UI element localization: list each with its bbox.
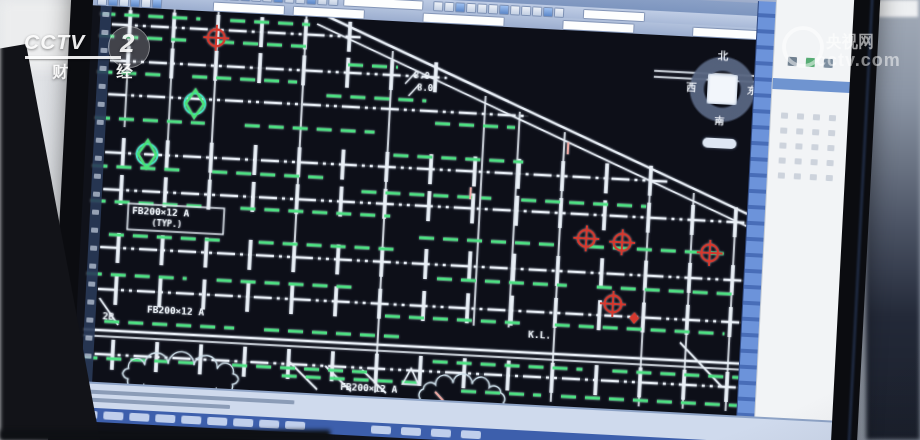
- draw-tool-icon[interactable]: [97, 120, 104, 125]
- draw-tool-icon[interactable]: [100, 48, 107, 53]
- cad-stub: [244, 347, 246, 377]
- cad-stub: [391, 60, 393, 90]
- viewcube-west-label[interactable]: 西: [686, 82, 697, 93]
- palette-header[interactable]: [772, 78, 850, 93]
- palette-item[interactable]: [829, 115, 836, 121]
- status-toggle[interactable]: [129, 413, 149, 422]
- cad-stub: [729, 307, 731, 337]
- cad-label-fb-bottom: FB200×12 A: [340, 381, 398, 395]
- cad-label-fb-mid: FB200×12 A: [147, 304, 205, 318]
- palette-item[interactable]: [810, 159, 817, 165]
- palette-item[interactable]: [813, 114, 820, 120]
- viewcube-home-button[interactable]: [702, 137, 736, 149]
- status-toggle[interactable]: [285, 421, 305, 430]
- palette-item[interactable]: [794, 158, 801, 164]
- viewcube[interactable]: 北 南 西 东: [683, 50, 761, 128]
- palette-item[interactable]: [778, 172, 785, 178]
- draw-tool-icon[interactable]: [91, 227, 98, 232]
- palette-item[interactable]: [780, 127, 787, 133]
- draw-tool-icon[interactable]: [101, 30, 108, 35]
- status-toggle[interactable]: [371, 425, 391, 434]
- cad-drawing-svg[interactable]: 8.08.0FB200×12 A(TYP.)FB200×12 A2BK.L.FB…: [81, 6, 766, 416]
- palette-item[interactable]: [811, 144, 818, 150]
- status-toggle[interactable]: [461, 430, 481, 439]
- pink-tick: [470, 187, 471, 199]
- palette-item[interactable]: [795, 143, 802, 149]
- cad-stub: [171, 49, 173, 79]
- cad-stiffener-green: [92, 165, 182, 170]
- palette-item[interactable]: [812, 129, 819, 135]
- palette-item[interactable]: [778, 157, 785, 163]
- palette-item[interactable]: [827, 145, 834, 151]
- cad-stub: [112, 340, 114, 370]
- cad-vline: [509, 112, 520, 328]
- cad-stiffener-green: [219, 42, 314, 47]
- cad-stub: [516, 196, 518, 226]
- draw-tool-icon[interactable]: [95, 156, 102, 161]
- draw-tool-icon[interactable]: [84, 353, 91, 358]
- draw-tool-icon[interactable]: [92, 210, 99, 215]
- palette-item[interactable]: [810, 174, 817, 180]
- draw-tool-icon[interactable]: [93, 192, 100, 197]
- draw-tool-icon[interactable]: [98, 102, 105, 107]
- palette-item[interactable]: [797, 113, 804, 119]
- palette-item[interactable]: [779, 142, 786, 148]
- toolbar-icon: [543, 7, 554, 18]
- cad-stub: [375, 354, 377, 384]
- status-toggle[interactable]: [233, 418, 253, 427]
- cad-stub: [381, 247, 383, 277]
- draw-tool-icon[interactable]: [86, 317, 93, 322]
- viewcube-face[interactable]: [707, 74, 739, 106]
- palette-item[interactable]: [826, 175, 833, 181]
- toolbar-icon: [466, 3, 477, 14]
- status-toggle[interactable]: [401, 427, 421, 436]
- cad-stiffener-green: [521, 200, 646, 207]
- draw-tool-icon[interactable]: [96, 138, 103, 143]
- cad-stub: [606, 163, 608, 193]
- cad-stiffener-green: [99, 36, 189, 41]
- cad-stiffener-green: [561, 396, 741, 405]
- cad-stiffener-green: [240, 208, 390, 216]
- palette-item[interactable]: [826, 160, 833, 166]
- status-toggle[interactable]: [181, 415, 201, 424]
- draw-tool-icon[interactable]: [99, 66, 106, 71]
- palette-item[interactable]: [796, 128, 803, 134]
- palette-icon[interactable]: [806, 58, 815, 67]
- cad-stiffener-green: [109, 234, 229, 240]
- draw-tool-icon[interactable]: [89, 263, 96, 268]
- cad-stiffener-green: [555, 325, 725, 334]
- cad-stub: [215, 51, 217, 81]
- palette-icon[interactable]: [824, 59, 833, 68]
- draw-tool-icon[interactable]: [90, 245, 97, 250]
- palette-item[interactable]: [828, 130, 835, 136]
- draw-tool-icon[interactable]: [85, 335, 92, 340]
- cad-vline: [375, 51, 393, 393]
- draw-tool-icon[interactable]: [94, 174, 101, 179]
- cad-stub: [425, 249, 427, 279]
- cad-stiffener-green: [230, 20, 310, 24]
- toolbar-icon: [554, 7, 565, 18]
- cad-label-kl: K.L.: [528, 329, 551, 341]
- cad-label-dim-upper: 8.0: [413, 70, 430, 81]
- cad-stub: [156, 342, 158, 372]
- palette-item[interactable]: [794, 173, 801, 179]
- draw-tool-icon[interactable]: [88, 281, 95, 286]
- status-toggle[interactable]: [103, 411, 123, 420]
- draw-tool-icon[interactable]: [98, 84, 105, 89]
- cad-drawing-canvas[interactable]: 8.08.0FB200×12 A(TYP.)FB200×12 A2BK.L.FB…: [81, 6, 766, 416]
- status-toggle[interactable]: [207, 417, 227, 426]
- viewcube-south-label[interactable]: 南: [714, 116, 725, 127]
- status-toggle[interactable]: [155, 414, 175, 423]
- draw-tool-icon[interactable]: [87, 299, 94, 304]
- cad-stub: [599, 300, 601, 330]
- cad-stub: [435, 62, 437, 92]
- palette-item[interactable]: [781, 112, 788, 118]
- status-toggle[interactable]: [431, 429, 451, 438]
- draw-tool-icon[interactable]: [102, 12, 109, 17]
- toolbar-icon: [532, 6, 543, 17]
- palette-icon[interactable]: [788, 57, 797, 66]
- viewcube-north-label[interactable]: 北: [718, 51, 729, 62]
- cad-stub: [689, 263, 691, 293]
- cad-stub: [511, 296, 513, 326]
- status-toggle[interactable]: [259, 420, 279, 429]
